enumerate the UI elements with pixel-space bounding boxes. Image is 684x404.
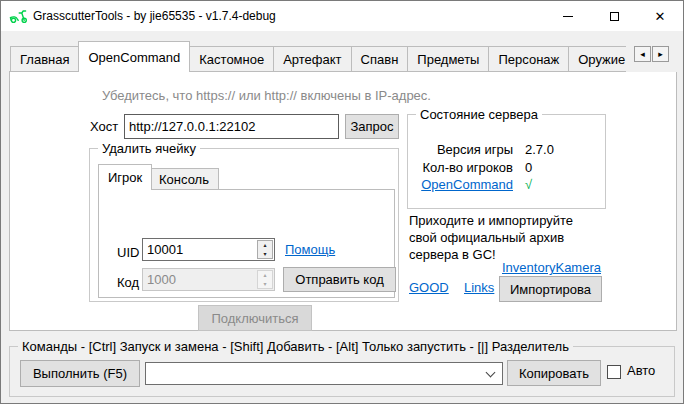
- tab-player[interactable]: Игрок: [98, 164, 152, 190]
- player-tab-panel: UID ▴ ▾ Помощь Код ▴ ▾ От: [98, 189, 395, 298]
- minimize-button[interactable]: [545, 1, 591, 31]
- uid-label: UID: [117, 241, 139, 264]
- close-icon: ✕: [655, 10, 666, 23]
- player-count-value: 0: [525, 160, 532, 175]
- commands-group: Команды - [Ctrl] Запуск и замена - [Shif…: [9, 346, 675, 397]
- uid-input[interactable]: [142, 238, 275, 261]
- tab-personazh[interactable]: Персонаж: [488, 46, 569, 72]
- app-window: GrasscutterTools - by jie65535 - v1.7.4-…: [0, 0, 684, 404]
- command-input[interactable]: [146, 363, 502, 384]
- maximize-icon: [610, 12, 619, 21]
- host-input[interactable]: [124, 114, 339, 139]
- game-version-value: 2.7.0: [525, 142, 554, 157]
- app-logo-icon: [9, 8, 29, 24]
- opencommand-tab-page: Убедитесь, что https:// или http:// вклю…: [9, 71, 677, 331]
- host-hint-text: Убедитесь, что https:// или http:// вклю…: [102, 88, 431, 103]
- promo-text: Приходите и импортируйте свой официальны…: [409, 212, 573, 263]
- code-spinner: ▴ ▾: [142, 268, 275, 291]
- close-button[interactable]: ✕: [637, 1, 683, 31]
- maximize-button[interactable]: [591, 1, 637, 31]
- auto-checkbox[interactable]: [607, 365, 621, 379]
- import-button[interactable]: Импортирова: [499, 276, 602, 302]
- arrow-left-icon: ◂: [640, 49, 645, 59]
- game-version-label: Версия игры: [437, 142, 513, 157]
- tab-opencommand[interactable]: OpenCommand: [78, 41, 190, 72]
- opencommand-link[interactable]: OpenCommand: [421, 177, 513, 192]
- code-input: [142, 268, 275, 291]
- spinner-down-icon: ▾: [258, 280, 272, 289]
- delete-cell-group-title: Удалить ячейку: [98, 141, 200, 156]
- commands-group-title: Команды - [Ctrl] Запуск и замена - [Shif…: [18, 339, 573, 354]
- promo-line: Приходите и импортируйте: [409, 212, 573, 229]
- opencommand-check-icon: √: [525, 177, 532, 192]
- tab-glavnaya[interactable]: Главная: [10, 46, 79, 72]
- host-label: Хост: [90, 114, 118, 139]
- run-button[interactable]: Выполнить (F5): [20, 360, 140, 387]
- spinner-down-icon[interactable]: ▾: [258, 250, 272, 259]
- tab-kastomnoe[interactable]: Кастомное: [189, 46, 274, 72]
- connect-button: Подключиться: [198, 305, 312, 331]
- tab-artefakt[interactable]: Артефакт: [273, 46, 351, 72]
- send-code-button[interactable]: Отправить код: [283, 267, 396, 292]
- title-bar: GrasscutterTools - by jie65535 - v1.7.4-…: [1, 1, 683, 31]
- request-button[interactable]: Запрос: [345, 114, 399, 139]
- minimize-icon: [563, 16, 573, 17]
- main-tabstrip: Главная OpenCommand Кастомное Артефакт С…: [10, 41, 676, 72]
- good-link[interactable]: GOOD: [409, 280, 449, 295]
- tab-console[interactable]: Консоль: [149, 168, 219, 190]
- help-link[interactable]: Помощь: [285, 242, 335, 257]
- inventorykamera-link[interactable]: InventoryKamera: [502, 260, 601, 275]
- auto-checkbox-label[interactable]: Авто: [627, 363, 655, 378]
- tab-spavn[interactable]: Спавн: [351, 46, 409, 72]
- arrow-right-icon: ▸: [658, 49, 663, 59]
- server-status-group-title: Состояние сервера: [416, 107, 542, 122]
- spinner-up-icon: ▴: [258, 271, 272, 280]
- player-count-label: Кол-во игроков: [423, 160, 513, 175]
- promo-line: свой официальный архив: [409, 229, 573, 246]
- spinner-up-icon[interactable]: ▴: [258, 241, 272, 250]
- copy-button[interactable]: Копировать: [507, 360, 601, 386]
- tab-scroll-left-button[interactable]: ◂: [634, 46, 651, 62]
- window-title: GrasscutterTools - by jie65535 - v1.7.4-…: [33, 1, 276, 31]
- code-label: Код: [117, 271, 139, 294]
- links-link[interactable]: Links: [464, 280, 494, 295]
- command-combobox[interactable]: [145, 362, 503, 385]
- tab-scroll-right-button[interactable]: ▸: [652, 46, 669, 62]
- tab-predmety[interactable]: Предметы: [407, 46, 489, 72]
- uid-spinner[interactable]: ▴ ▾: [142, 238, 275, 261]
- server-status-group: Состояние сервера Версия игры 2.7.0 Кол-…: [407, 114, 606, 209]
- delete-cell-group: Удалить ячейку Игрок Консоль UID ▴ ▾ Пом…: [89, 148, 399, 302]
